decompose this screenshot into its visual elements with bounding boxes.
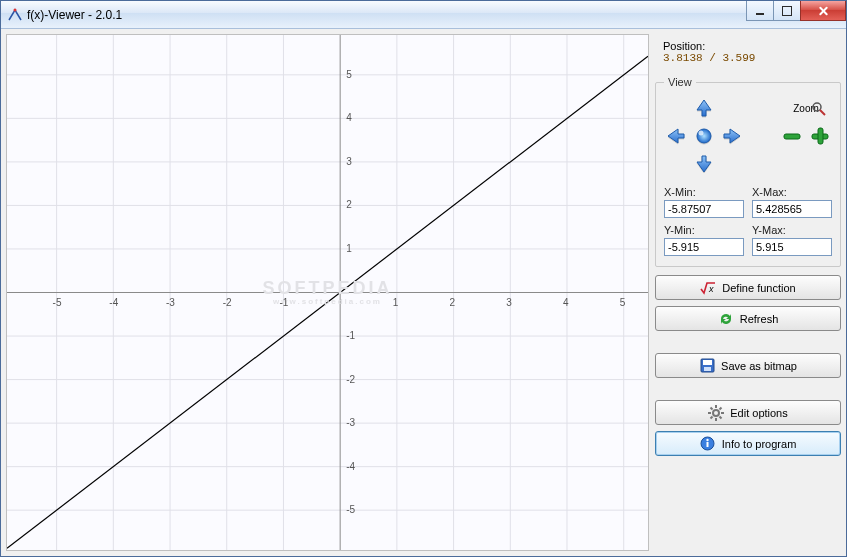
recenter-button[interactable]: [693, 125, 715, 147]
side-panel: Position: 3.8138 / 3.599 View Zoom: [655, 34, 841, 551]
pan-up-button[interactable]: [693, 97, 715, 119]
save-bitmap-button[interactable]: Save as bitmap: [655, 353, 841, 378]
magnifier-icon: [811, 101, 827, 117]
pan-right-button[interactable]: [721, 125, 743, 147]
position-label: Position:: [663, 40, 833, 52]
y-tick-label: -4: [346, 461, 355, 472]
chart-canvas: [7, 35, 648, 550]
svg-point-0: [14, 8, 17, 11]
x-tick-label: 4: [563, 297, 569, 308]
close-button[interactable]: [800, 1, 846, 21]
ymin-label: Y-Min:: [664, 224, 744, 236]
x-tick-label: 1: [393, 297, 399, 308]
app-icon: [7, 7, 23, 23]
svg-rect-44: [707, 442, 709, 447]
y-tick-label: -3: [346, 417, 355, 428]
y-tick-label: 4: [346, 112, 352, 123]
view-panel: View Zoom: [655, 76, 841, 267]
x-tick-label: -1: [279, 297, 288, 308]
y-tick-label: 2: [346, 199, 352, 210]
y-tick-label: -5: [346, 504, 355, 515]
position-value: 3.8138 / 3.599: [663, 52, 833, 64]
edit-options-button[interactable]: Edit options: [655, 400, 841, 425]
sqrt-icon: x: [700, 280, 716, 296]
refresh-button[interactable]: Refresh: [655, 306, 841, 331]
window-title: f(x)-Viewer - 2.0.1: [27, 8, 844, 22]
y-tick-label: 3: [346, 156, 352, 167]
refresh-icon: [718, 311, 734, 327]
svg-text:x: x: [708, 284, 714, 294]
svg-point-26: [699, 131, 704, 136]
view-legend: View: [664, 76, 696, 88]
svg-rect-33: [704, 367, 711, 371]
client-area: SOFTPEDIA www.softpedia.com -5-4-3-2-112…: [1, 29, 846, 556]
x-tick-label: 5: [620, 297, 626, 308]
window-buttons: [747, 1, 846, 21]
info-icon: [700, 436, 716, 452]
svg-point-23: [813, 103, 821, 111]
x-tick-label: -5: [53, 297, 62, 308]
svg-point-34: [713, 410, 719, 416]
ymin-input[interactable]: [664, 238, 744, 256]
svg-line-24: [820, 110, 825, 115]
y-tick-label: -1: [346, 330, 355, 341]
ymax-label: Y-Max:: [752, 224, 832, 236]
minimize-button[interactable]: [746, 1, 774, 21]
svg-line-40: [720, 416, 722, 418]
x-tick-label: 2: [450, 297, 456, 308]
position-readout: Position: 3.8138 / 3.599: [655, 34, 841, 70]
svg-point-25: [697, 129, 711, 143]
pan-left-button[interactable]: [665, 125, 687, 147]
zoom-in-button[interactable]: [809, 125, 831, 147]
x-tick-label: 3: [506, 297, 512, 308]
x-tick-label: -3: [166, 297, 175, 308]
svg-line-39: [711, 407, 713, 409]
info-button[interactable]: Info to program: [655, 431, 841, 456]
xmax-input[interactable]: [752, 200, 832, 218]
zoom-out-button[interactable]: [781, 125, 803, 147]
y-tick-label: -2: [346, 374, 355, 385]
svg-line-42: [711, 416, 713, 418]
titlebar[interactable]: f(x)-Viewer - 2.0.1: [1, 1, 846, 29]
x-tick-label: -4: [109, 297, 118, 308]
xmin-label: X-Min:: [664, 186, 744, 198]
svg-line-41: [720, 407, 722, 409]
xmin-input[interactable]: [664, 200, 744, 218]
pan-down-button[interactable]: [693, 153, 715, 175]
gear-icon: [708, 405, 724, 421]
nav-controls: Zoom: [664, 96, 832, 176]
x-tick-label: -2: [223, 297, 232, 308]
ymax-input[interactable]: [752, 238, 832, 256]
y-tick-label: 5: [346, 69, 352, 80]
define-function-button[interactable]: x Define function: [655, 275, 841, 300]
plot-area[interactable]: SOFTPEDIA www.softpedia.com -5-4-3-2-112…: [6, 34, 649, 551]
save-icon: [699, 358, 715, 374]
svg-rect-32: [703, 360, 712, 365]
maximize-button[interactable]: [773, 1, 801, 21]
xmax-label: X-Max:: [752, 186, 832, 198]
window: f(x)-Viewer - 2.0.1 SOFTPEDIA www.softpe…: [0, 0, 847, 557]
y-tick-label: 1: [346, 243, 352, 254]
zoom-label: Zoom: [793, 103, 819, 114]
svg-rect-29: [818, 128, 823, 144]
svg-point-45: [707, 439, 709, 441]
svg-rect-27: [784, 134, 800, 139]
